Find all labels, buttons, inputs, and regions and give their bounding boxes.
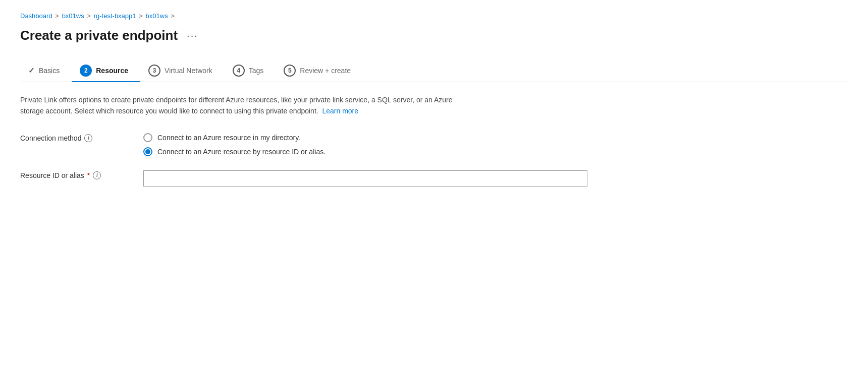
breadcrumb-sep-2: >: [87, 13, 91, 20]
resource-id-label: Resource ID or alias * i: [20, 170, 131, 179]
breadcrumb-bx01ws-2[interactable]: bx01ws: [146, 12, 168, 20]
tab-virtual-network[interactable]: 3 Virtual Network: [140, 59, 225, 82]
review-create-circle: 5: [284, 65, 296, 77]
tab-tags[interactable]: 4 Tags: [225, 59, 276, 82]
radio-option-resource-id[interactable]: Connect to an Azure resource by resource…: [143, 147, 587, 156]
connection-method-row: Connection method i Connect to an Azure …: [20, 133, 848, 156]
basics-check-icon: ✓: [28, 66, 35, 75]
connection-method-radio-group: Connect to an Azure resource in my direc…: [143, 133, 587, 156]
radio-option-directory[interactable]: Connect to an Azure resource in my direc…: [143, 133, 587, 142]
tab-review-create-label: Review + create: [300, 67, 351, 75]
resource-id-info-icon[interactable]: i: [93, 171, 101, 179]
resource-id-row: Resource ID or alias * i: [20, 170, 848, 187]
page-title: Create a private endpoint: [20, 28, 178, 43]
breadcrumb-sep-1: >: [56, 13, 59, 20]
tab-basics-label: Basics: [39, 67, 60, 75]
virtual-network-circle: 3: [148, 65, 160, 77]
tab-tags-label: Tags: [249, 67, 264, 75]
tags-circle: 4: [233, 65, 245, 77]
radio-resource-id-input[interactable]: [143, 147, 152, 156]
resource-circle: 2: [80, 65, 92, 77]
breadcrumb-rg-test[interactable]: rg-test-bxapp1: [94, 12, 136, 20]
tab-resource[interactable]: 2 Resource: [72, 59, 140, 82]
connection-method-label: Connection method i: [20, 133, 131, 142]
breadcrumb-sep-4: >: [171, 13, 175, 20]
resource-id-input[interactable]: [143, 170, 587, 187]
ellipsis-menu-button[interactable]: ···: [184, 29, 201, 42]
tab-virtual-network-label: Virtual Network: [165, 67, 212, 75]
page-title-row: Create a private endpoint ···: [20, 28, 848, 43]
resource-id-required-star: *: [87, 171, 90, 179]
breadcrumb-sep-3: >: [139, 13, 143, 20]
learn-more-link[interactable]: Learn more: [322, 107, 358, 115]
tab-review-create[interactable]: 5 Review + create: [276, 59, 363, 82]
radio-directory-input[interactable]: [143, 133, 152, 142]
breadcrumb: Dashboard > bx01ws > rg-test-bxapp1 > bx…: [20, 12, 848, 20]
breadcrumb-dashboard[interactable]: Dashboard: [20, 12, 52, 20]
tab-basics[interactable]: ✓ Basics: [20, 61, 72, 80]
description-text: Private Link offers options to create pr…: [20, 94, 474, 117]
radio-directory-label: Connect to an Azure resource in my direc…: [157, 134, 300, 142]
connection-method-info-icon[interactable]: i: [84, 134, 92, 142]
radio-resource-id-label: Connect to an Azure resource by resource…: [157, 148, 326, 156]
wizard-tabs: ✓ Basics 2 Resource 3 Virtual Network 4 …: [20, 59, 848, 82]
tab-resource-label: Resource: [96, 67, 128, 75]
breadcrumb-bx01ws-1[interactable]: bx01ws: [62, 12, 84, 20]
resource-id-control: [143, 170, 587, 187]
connection-method-control: Connect to an Azure resource in my direc…: [143, 133, 587, 156]
